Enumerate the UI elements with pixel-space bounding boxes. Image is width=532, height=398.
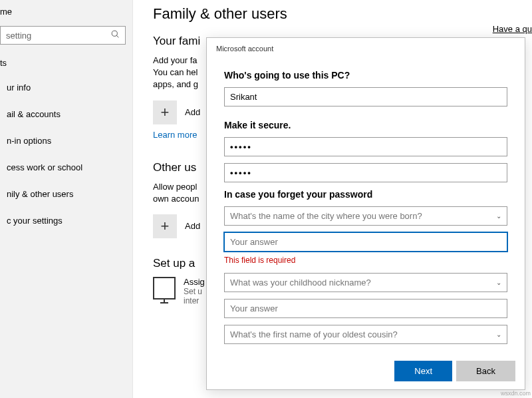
plus-icon: + [161,104,170,121]
password-confirm-input[interactable]: ••••• [224,163,507,182]
add-other-user-button[interactable]: + [153,214,177,238]
security-answer-1-input[interactable] [224,232,507,252]
assigned-access-label: Assig [184,277,205,287]
security-answer-2-input[interactable] [224,299,507,318]
chevron-down-icon: ⌄ [496,331,501,338]
sidebar-category: ts [0,54,132,75]
dialog-title: Microsoft account [207,38,525,63]
have-question-link[interactable]: Have a qu [493,24,532,34]
sidebar-item-sync-settings[interactable]: c your settings [0,208,132,234]
add-other-label: Add [185,221,200,231]
next-button[interactable]: Next [394,361,452,381]
settings-sidebar: me setting ts ur info ail & accounts n-i… [0,0,133,398]
chevron-down-icon: ⌄ [496,279,501,286]
search-value: setting [6,31,31,41]
page-title: Family & other users [153,5,516,23]
learn-more-link[interactable]: Learn more [153,130,197,140]
search-icon [111,30,120,41]
plus-icon: + [161,218,170,235]
prompt-forget-password: In case you forget your password [224,189,507,200]
svg-line-1 [116,35,118,37]
security-question-3-select[interactable]: What's the first name of your oldest cou… [224,325,507,344]
sidebar-item-your-info[interactable]: ur info [0,75,132,101]
security-question-1-select[interactable]: What's the name of the city where you we… [224,206,507,226]
home-link[interactable]: me [0,0,132,21]
security-question-3-value: What's the first name of your oldest cou… [230,329,398,339]
password-input[interactable]: ••••• [224,137,507,156]
error-required: This field is required [224,256,507,265]
watermark: wsxdn.com [501,390,531,397]
add-family-label: Add [185,107,200,117]
back-button[interactable]: Back [456,361,515,381]
search-input[interactable]: setting [0,26,126,45]
kiosk-icon [153,277,176,299]
security-question-2-value: What was your childhood nickname? [230,278,371,288]
security-question-2-select[interactable]: What was your childhood nickname? ⌄ [224,273,507,292]
security-question-1-value: What's the name of the city where you we… [230,211,422,221]
prompt-make-secure: Make it secure. [224,120,507,130]
sidebar-item-family-other-users[interactable]: nily & other users [0,181,132,208]
sidebar-item-signin-options[interactable]: n-in options [0,128,132,154]
add-family-member-button[interactable]: + [153,100,177,124]
sidebar-item-access-work[interactable]: cess work or school [0,154,132,181]
chevron-down-icon: ⌄ [496,212,501,220]
assigned-access-sub1: Set u [184,287,205,296]
assigned-access-sub2: inter [184,296,205,305]
username-input[interactable] [224,87,507,106]
prompt-who-uses-pc: Who's going to use this PC? [224,70,507,81]
microsoft-account-dialog: Microsoft account Who's going to use thi… [206,37,525,390]
sidebar-item-email-accounts[interactable]: ail & accounts [0,101,132,128]
